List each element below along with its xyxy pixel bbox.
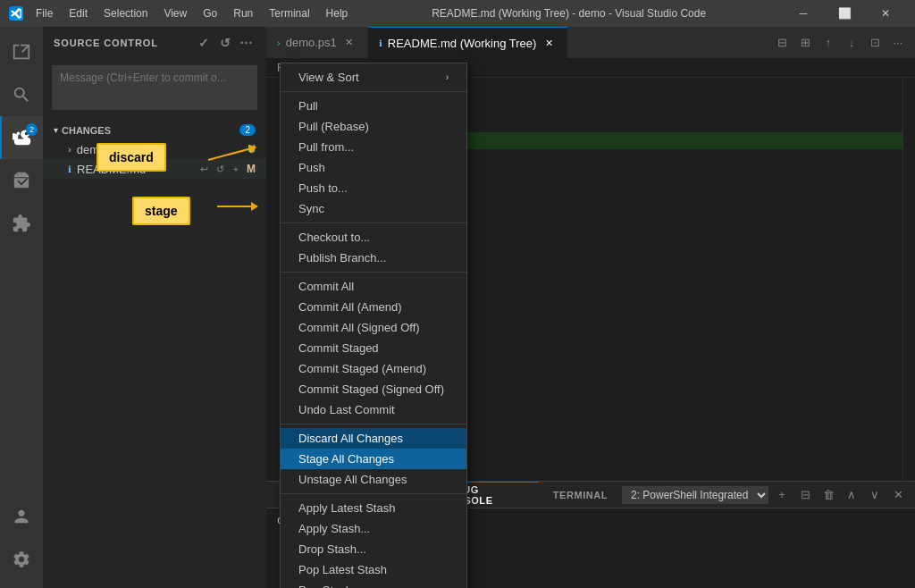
changes-badge: 2 <box>239 124 256 136</box>
open-file-button[interactable]: ↩ <box>197 142 212 156</box>
more-actions-button[interactable]: ··· <box>238 34 256 52</box>
tab-close-demops1[interactable]: ✕ <box>342 36 357 50</box>
tab-icon-ps1: › <box>277 38 281 48</box>
close-button[interactable]: ✕ <box>865 0 906 27</box>
open-readme-button[interactable]: ↩ <box>197 162 211 176</box>
panel-tab-terminal[interactable]: TERMINAL <box>539 482 622 508</box>
menu-divider-3 <box>281 272 466 273</box>
discard-tooltip: discard <box>97 143 166 172</box>
menu-commit-staged-signed[interactable]: Commit Staged (Signed Off) <box>281 379 466 399</box>
menu-pull-from[interactable]: Pull from... <box>281 137 466 157</box>
menu-commit-staged-amend[interactable]: Commit Staged (Amend) <box>281 358 466 379</box>
go-menu[interactable]: Go <box>196 5 224 21</box>
split-down-button[interactable]: ⊞ <box>795 33 815 53</box>
menu-commit-all[interactable]: Commit All <box>281 276 466 297</box>
file-status-readme: M <box>247 163 256 175</box>
panel-terminal-select[interactable]: 2: PowerShell Integrated <box>622 486 768 504</box>
tab-readme[interactable]: ℹ README.md (Working Tree) ✕ <box>368 27 568 58</box>
stage-tooltip: stage <box>132 197 190 225</box>
maximize-button[interactable]: ⬜ <box>824 0 865 27</box>
menu-sync[interactable]: Sync <box>281 198 466 219</box>
activity-bar: 2 <box>0 27 43 588</box>
run-menu[interactable]: Run <box>226 5 260 21</box>
activity-account[interactable] <box>0 495 43 538</box>
menu-push[interactable]: Push <box>281 157 466 178</box>
panel-actions[interactable]: 2: PowerShell Integrated + ⊟ 🗑 ∧ ∨ ✕ <box>622 485 915 505</box>
editor-scrollbar[interactable] <box>902 78 915 481</box>
help-menu[interactable]: Help <box>319 5 356 21</box>
activity-extensions[interactable] <box>0 202 43 245</box>
tab-close-readme[interactable]: ✕ <box>541 36 556 50</box>
menu-apply-stash[interactable]: Apply Stash... <box>281 518 466 539</box>
breadcrumb-nav[interactable]: ↑ <box>818 33 838 53</box>
menu-commit-all-amend[interactable]: Commit All (Amend) <box>281 297 466 317</box>
minimize-panel-button[interactable]: ∨ <box>865 485 885 505</box>
tab-actions[interactable]: ⊟ ⊞ ↑ ↓ ⊡ ··· <box>772 27 915 58</box>
stage-readme-button[interactable]: + <box>229 162 243 176</box>
menu-pop-latest-stash[interactable]: Pop Latest Stash <box>281 559 466 580</box>
activity-run[interactable] <box>0 159 43 202</box>
refresh-button[interactable]: ↺ <box>216 34 234 52</box>
menu-pop-stash[interactable]: Pop Stash... <box>281 580 466 588</box>
discard-readme-button[interactable]: ↺ <box>213 162 227 176</box>
menu-unstage-all[interactable]: Unstage All Changes <box>281 469 466 490</box>
source-control-header: SOURCE CONTROL ✓ ↺ ··· <box>43 27 266 58</box>
maximize-panel-button[interactable]: ∧ <box>842 485 861 505</box>
menu-discard-all[interactable]: Discard All Changes <box>281 428 466 449</box>
window-controls[interactable]: ─ ⬜ ✕ <box>783 0 906 27</box>
menu-publish-branch[interactable]: Publish Branch... <box>281 248 466 268</box>
changes-label: Changes <box>62 125 111 136</box>
menu-pull[interactable]: Pull <box>281 96 466 116</box>
menu-view-sort[interactable]: View & Sort › <box>281 67 466 88</box>
more-actions-editor[interactable]: ⊡ <box>865 33 885 53</box>
title-bar: File Edit Selection View Go Run Terminal… <box>0 0 915 27</box>
commit-message-input[interactable] <box>52 65 257 110</box>
new-terminal-button[interactable]: + <box>772 485 792 505</box>
activity-search[interactable] <box>0 73 43 116</box>
menu-pull-rebase[interactable]: Pull (Rebase) <box>281 116 466 137</box>
file-actions-readme[interactable]: ↩ ↺ + <box>197 162 243 176</box>
menu-commit-staged[interactable]: Commit Staged <box>281 338 466 358</box>
changes-section-header[interactable]: ▾ Changes 2 <box>43 121 266 139</box>
close-panel-button[interactable]: ✕ <box>888 485 908 505</box>
split-terminal-button[interactable]: ⊟ <box>795 485 815 505</box>
menu-drop-stash[interactable]: Drop Stash... <box>281 539 466 559</box>
menu-push-to[interactable]: Push to... <box>281 178 466 198</box>
view-menu[interactable]: View <box>156 5 194 21</box>
kill-terminal-button[interactable]: 🗑 <box>818 485 838 505</box>
menu-commit-all-signed[interactable]: Commit All (Signed Off) <box>281 317 466 338</box>
edit-menu[interactable]: Edit <box>62 5 95 21</box>
source-control-title: SOURCE CONTROL <box>54 38 158 48</box>
menu-checkout-to[interactable]: Checkout to... <box>281 227 466 248</box>
split-editor-button[interactable]: ⊟ <box>772 33 792 53</box>
menu-divider-5 <box>281 493 466 494</box>
selection-menu[interactable]: Selection <box>97 5 155 21</box>
tab-label-demops1: demo.ps1 <box>286 36 337 49</box>
tab-demops1[interactable]: › demo.ps1 ✕ <box>266 27 368 58</box>
commit-check-button[interactable]: ✓ <box>195 34 213 52</box>
menu-undo-last-commit[interactable]: Undo Last Commit <box>281 399 466 420</box>
activity-source-control[interactable]: 2 <box>0 116 43 159</box>
menu-stage-all[interactable]: Stage All Changes <box>281 449 466 469</box>
file-icon-readme: ℹ <box>68 164 71 174</box>
activity-explorer[interactable] <box>0 30 43 73</box>
menu-divider-2 <box>281 223 466 223</box>
menu-apply-latest-stash[interactable]: Apply Latest Stash <box>281 498 466 518</box>
scroll-up-button[interactable]: ↓ <box>842 33 861 53</box>
header-actions[interactable]: ✓ ↺ ··· <box>195 34 256 52</box>
main-layout: 2 SOURCE CONTROL ✓ ↺ ··· ▾ <box>0 27 915 588</box>
stage-arrow <box>217 206 257 207</box>
menu-bar[interactable]: File Edit Selection View Go Run Terminal… <box>29 5 355 21</box>
file-menu[interactable]: File <box>29 5 60 21</box>
sidebar: SOURCE CONTROL ✓ ↺ ··· ▾ Changes 2 › dem… <box>43 27 266 588</box>
window-title: README.md (Working Tree) - demo - Visual… <box>360 7 777 20</box>
tab-label-readme: README.md (Working Tree) <box>388 37 537 50</box>
file-icon-demops1: › <box>68 144 71 155</box>
menu-divider-4 <box>281 424 466 424</box>
activity-settings[interactable] <box>0 538 43 581</box>
chevron-icon: ▾ <box>54 125 58 135</box>
toggle-layout-button[interactable]: ··· <box>888 33 908 53</box>
minimize-button[interactable]: ─ <box>783 0 824 27</box>
menu-divider-1 <box>281 91 466 92</box>
terminal-menu[interactable]: Terminal <box>262 5 316 21</box>
